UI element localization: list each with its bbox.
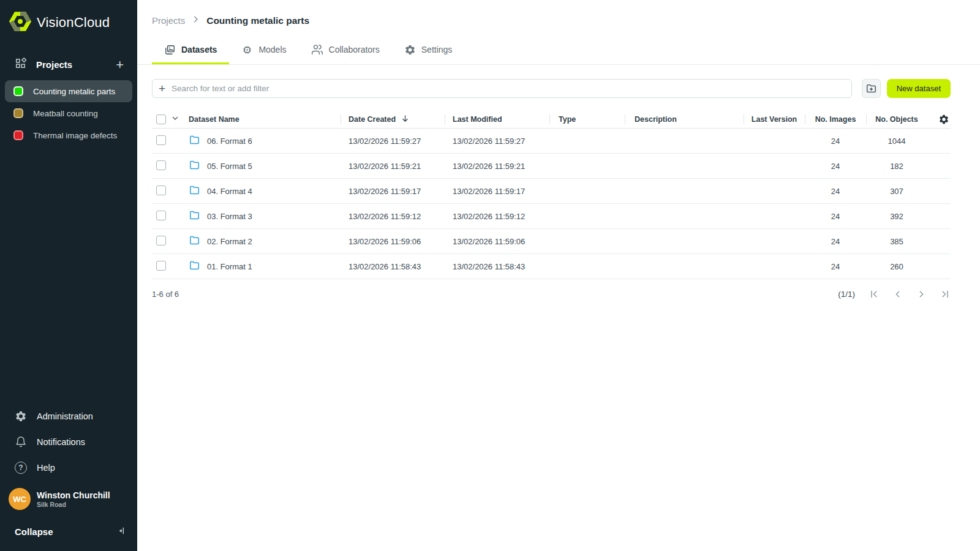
user-name: Winston Churchill — [37, 490, 110, 501]
table-row[interactable]: 02. Format 2 13/02/2026 11:59:06 13/02/2… — [152, 229, 951, 254]
sidebar-item-thermal-image-defects[interactable]: Thermal image defects — [5, 124, 132, 146]
tab-datasets-label: Datasets — [181, 45, 217, 54]
tab-collaborators[interactable]: Collaborators — [299, 37, 392, 64]
project-color-swatch — [13, 130, 23, 140]
column-label: Dataset Name — [189, 115, 239, 124]
projects-header: Projects + — [0, 42, 137, 80]
breadcrumb-current: Counting metalic parts — [206, 15, 309, 26]
table-row[interactable]: 05. Format 5 13/02/2026 11:59:21 13/02/2… — [152, 154, 951, 179]
first-page-button[interactable] — [869, 289, 879, 299]
collapse-sidebar-button[interactable]: Collapse — [0, 517, 137, 542]
last-page-button[interactable] — [940, 289, 951, 299]
last-modified-cell: 13/02/2026 11:59:12 — [445, 212, 549, 221]
sidebar-item-meatball-counting[interactable]: Meatball counting — [5, 102, 132, 124]
tab-collaborators-label: Collaborators — [329, 45, 380, 54]
sidebar: VisionCloud Projects + Counting metalic … — [0, 0, 137, 551]
date-created-cell: 13/02/2026 11:58:43 — [341, 262, 445, 271]
sidebar-item-administration[interactable]: Administration — [0, 403, 137, 429]
no-objects-cell: 307 — [866, 187, 927, 196]
tab-models[interactable]: Models — [229, 37, 298, 64]
dataset-name-link[interactable]: 02. Format 2 — [207, 237, 252, 246]
no-objects-cell: 1044 — [866, 137, 927, 146]
no-images-cell: 24 — [805, 187, 866, 196]
project-color-swatch — [13, 86, 23, 96]
last-modified-cell: 13/02/2026 11:59:06 — [445, 237, 549, 246]
no-objects-cell: 182 — [866, 162, 927, 171]
dataset-name-link[interactable]: 01. Format 1 — [207, 262, 252, 271]
app-logo: VisionCloud — [0, 0, 137, 42]
folder-icon — [189, 184, 200, 198]
bell-icon — [15, 436, 27, 448]
dataset-name-link[interactable]: 05. Format 5 — [207, 162, 252, 171]
project-label: Meatball counting — [33, 109, 98, 118]
column-label: Date Created — [349, 115, 396, 124]
column-header-dataset-name[interactable]: Dataset Name — [189, 110, 341, 128]
row-checkbox[interactable] — [156, 236, 166, 246]
row-checkbox[interactable] — [156, 135, 166, 145]
tab-settings[interactable]: Settings — [392, 37, 465, 64]
new-dataset-button[interactable]: New dataset — [887, 79, 951, 98]
column-header-no-objects[interactable]: No. Objects — [866, 110, 927, 128]
search-input[interactable] — [172, 84, 845, 93]
table-header-row: Dataset Name Date Created Last Modified … — [152, 110, 951, 129]
no-objects-cell: 385 — [866, 237, 927, 246]
last-modified-cell: 13/02/2026 11:59:21 — [445, 162, 549, 171]
select-all-checkbox[interactable] — [156, 114, 166, 124]
dataset-name-link[interactable]: 04. Format 4 — [207, 187, 252, 196]
user-profile[interactable]: WC Winston Churchill Silk Road — [0, 481, 137, 517]
chevron-down-icon[interactable] — [171, 114, 179, 125]
tab-datasets[interactable]: Datasets — [152, 37, 229, 64]
pagination-range: 1-6 of 6 — [152, 290, 179, 299]
date-created-cell: 13/02/2026 11:59:21 — [341, 162, 445, 171]
column-header-last-version[interactable]: Last Version — [744, 110, 805, 128]
sidebar-item-notifications[interactable]: Notifications — [0, 429, 137, 455]
column-header-date-created[interactable]: Date Created — [341, 110, 445, 128]
sidebar-item-help[interactable]: ? Help — [0, 455, 137, 481]
project-color-swatch — [13, 108, 23, 118]
gear-icon — [938, 114, 949, 125]
pagination-page-indicator: (1/1) — [838, 290, 855, 299]
project-label: Thermal image defects — [33, 131, 117, 140]
app-name: VisionCloud — [37, 15, 110, 31]
column-label: Last Modified — [453, 115, 502, 124]
column-settings-button[interactable] — [927, 114, 951, 125]
table-row[interactable]: 04. Format 4 13/02/2026 11:59:17 13/02/2… — [152, 179, 951, 204]
next-page-button[interactable] — [916, 289, 927, 299]
table-row[interactable]: 01. Format 1 13/02/2026 11:58:43 13/02/2… — [152, 254, 951, 279]
breadcrumb-projects-link[interactable]: Projects — [152, 15, 185, 26]
row-checkbox[interactable] — [156, 160, 166, 170]
column-header-no-images[interactable]: No. Images — [805, 110, 866, 128]
sort-desc-arrow-icon — [401, 114, 410, 125]
gear-icon — [404, 44, 416, 56]
next-page-icon — [916, 289, 927, 299]
new-folder-button[interactable] — [862, 79, 881, 98]
add-filter-icon[interactable]: + — [159, 83, 165, 94]
last-modified-cell: 13/02/2026 11:59:17 — [445, 187, 549, 196]
add-project-button[interactable]: + — [116, 59, 124, 70]
last-modified-cell: 13/02/2026 11:58:43 — [445, 262, 549, 271]
breadcrumb: Projects Counting metalic parts — [137, 0, 980, 26]
pagination: 1-6 of 6 (1/1) — [152, 279, 951, 309]
chip-icon — [241, 44, 253, 56]
projects-grid-icon — [15, 58, 26, 72]
table-row[interactable]: 03. Format 3 13/02/2026 11:59:12 13/02/2… — [152, 204, 951, 229]
table-row[interactable]: 06. Format 6 13/02/2026 11:59:27 13/02/2… — [152, 129, 951, 154]
dataset-name-link[interactable]: 06. Format 6 — [207, 137, 252, 146]
column-header-type[interactable]: Type — [549, 110, 625, 128]
help-label: Help — [37, 463, 55, 473]
datasets-icon — [164, 44, 176, 56]
row-checkbox[interactable] — [156, 211, 166, 220]
row-checkbox[interactable] — [156, 261, 166, 271]
previous-page-button[interactable] — [892, 289, 903, 299]
search-filter-bar[interactable]: + — [152, 79, 852, 98]
user-org: Silk Road — [37, 501, 110, 508]
sidebar-item-counting-metalic-parts[interactable]: Counting metalic parts — [5, 80, 132, 102]
column-header-last-modified[interactable]: Last Modified — [445, 110, 549, 128]
column-header-description[interactable]: Description — [625, 110, 744, 128]
no-images-cell: 24 — [805, 162, 866, 171]
main-content: Projects Counting metalic parts Datasets… — [137, 0, 980, 551]
row-checkbox[interactable] — [156, 186, 166, 195]
dataset-name-link[interactable]: 03. Format 3 — [207, 212, 252, 221]
last-page-icon — [940, 289, 951, 299]
project-label: Counting metalic parts — [33, 87, 115, 96]
